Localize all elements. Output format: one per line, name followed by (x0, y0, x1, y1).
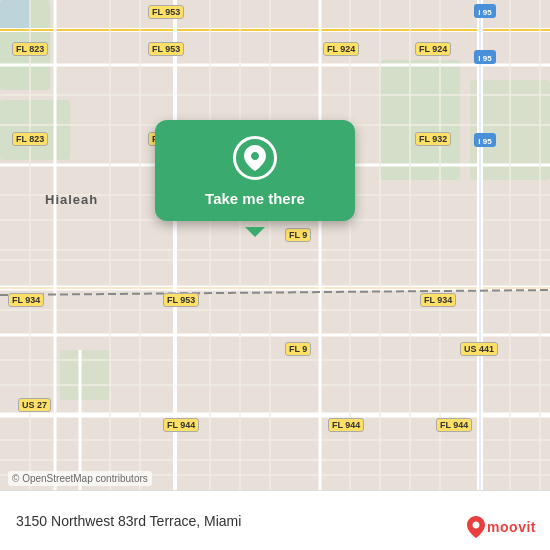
road-label-fl823-2: FL 823 (12, 132, 48, 146)
road-label-fl944-2: FL 944 (328, 418, 364, 432)
road-label-fl934-2: FL 934 (420, 293, 456, 307)
city-label-hialeah: Hialeah (45, 192, 98, 207)
svg-rect-2 (0, 100, 70, 160)
road-label-fl9-2: FL 9 (285, 342, 311, 356)
road-label-fl944-1: FL 944 (163, 418, 199, 432)
road-label-fl823-1: FL 823 (12, 42, 48, 56)
street-grid: I 95 I 95 I 95 (0, 0, 550, 490)
road-label-fl953-top: FL 953 (148, 5, 184, 19)
location-pin-icon (233, 136, 277, 180)
popup-card: Take me there (155, 120, 355, 221)
svg-rect-6 (0, 0, 30, 30)
road-label-fl953-2: FL 953 (148, 42, 184, 56)
road-label-fl924-1: FL 924 (323, 42, 359, 56)
moovit-text: moovit (487, 519, 536, 535)
road-label-us441: US 441 (460, 342, 498, 356)
svg-text:I 95: I 95 (478, 137, 492, 146)
moovit-logo: moovit (467, 516, 536, 538)
svg-rect-3 (380, 60, 460, 180)
osm-attribution: © OpenStreetMap contributors (8, 471, 152, 486)
road-label-fl924-2: FL 924 (415, 42, 451, 56)
moovit-pin-icon (467, 516, 485, 538)
road-label-us27: US 27 (18, 398, 51, 412)
bottom-bar: 3150 Northwest 83rd Terrace, Miami moovi… (0, 490, 550, 550)
road-label-fl9-1: FL 9 (285, 228, 311, 242)
svg-text:I 95: I 95 (478, 54, 492, 63)
map-view: I 95 I 95 I 95 FL 953 FL 953 FL 823 FL 9… (0, 0, 550, 490)
take-me-there-button[interactable]: Take me there (205, 190, 305, 207)
road-label-fl953-4: FL 953 (163, 293, 199, 307)
svg-rect-5 (60, 350, 110, 400)
road-label-fl944-3: FL 944 (436, 418, 472, 432)
address-text: 3150 Northwest 83rd Terrace, Miami (16, 513, 241, 529)
road-label-fl932: FL 932 (415, 132, 451, 146)
road-label-fl934-1: FL 934 (8, 293, 44, 307)
svg-text:I 95: I 95 (478, 8, 492, 17)
